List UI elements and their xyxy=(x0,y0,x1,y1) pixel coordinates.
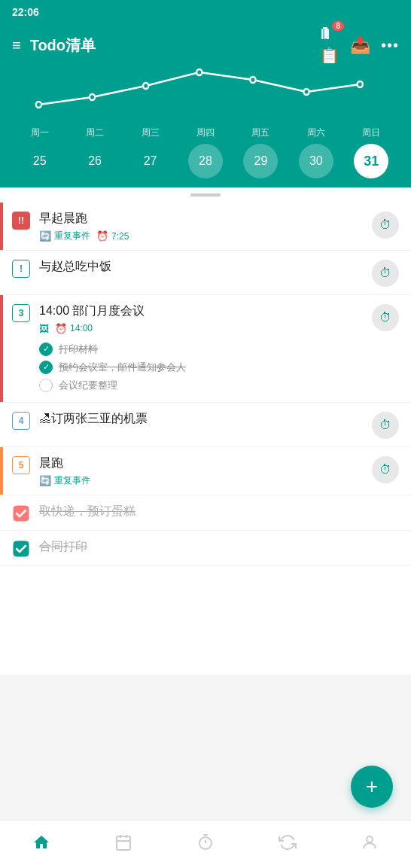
weekday-mon: 周一 xyxy=(19,126,61,139)
home-icon xyxy=(32,833,50,856)
sync-icon xyxy=(279,833,297,856)
priority-badge-4: 4 xyxy=(12,412,30,430)
repeat-label: 重复事件 xyxy=(54,230,90,242)
date-26[interactable]: 26 xyxy=(78,144,112,178)
task-item[interactable]: 4 🏖订两张三亚的机票 ⏱ xyxy=(0,403,411,447)
nav-sync[interactable] xyxy=(269,827,306,862)
timer-icon-5: ⏱ xyxy=(379,463,391,477)
timer-icon-2: ⏱ xyxy=(379,266,391,280)
alarm-icon-3: ⏰ xyxy=(55,323,67,334)
alarm-time: 7:25 xyxy=(111,231,129,242)
task-item[interactable]: 5 晨跑 🔄 重复事件 ⏱ xyxy=(0,447,411,495)
subtask-label-1: 打印材料 xyxy=(59,343,98,356)
completed-task-item[interactable]: 合同打印 xyxy=(0,531,411,566)
task-title-5: 晨跑 xyxy=(39,455,366,471)
subtask-check-1[interactable] xyxy=(39,343,53,356)
alarm-meta: ⏰ 7:25 xyxy=(96,230,129,242)
date-28[interactable]: 28 xyxy=(188,144,223,178)
subtask-list-3: 打印材料 预约会议室，邮件通知参会人 会议纪要整理 xyxy=(39,340,366,394)
checked-box-icon xyxy=(13,541,29,557)
svg-point-4 xyxy=(90,94,95,100)
task-item[interactable]: !! 早起晨跑 🔄 重复事件 ⏰ 7:25 ⏱ xyxy=(0,203,411,251)
image-icon: 🖼 xyxy=(39,323,49,334)
completed-title-7: 合同打印 xyxy=(39,538,399,555)
header-left: ≡ Todo清单 xyxy=(12,35,96,56)
nav-calendar[interactable] xyxy=(105,827,142,862)
notification-button[interactable]: 📋 8 xyxy=(319,26,339,65)
weekday-fri: 周五 xyxy=(239,126,282,139)
task-list: !! 早起晨跑 🔄 重复事件 ⏰ 7:25 ⏱ ! 与赵总吃中饭 ⏱ xyxy=(0,199,411,675)
bottom-spacer xyxy=(0,566,411,672)
repeat-label-5: 重复事件 xyxy=(54,474,90,487)
task-content-4: 🏖订两张三亚的机票 xyxy=(39,410,366,427)
timer-icon-4: ⏱ xyxy=(379,419,391,432)
chart-area xyxy=(12,63,399,123)
timer-icon-1: ⏱ xyxy=(379,218,391,232)
alarm-icon: ⏰ xyxy=(96,230,108,242)
profile-icon xyxy=(361,833,379,856)
alarm-meta-3: ⏰ 14:00 xyxy=(55,323,93,334)
timer-button-4[interactable]: ⏱ xyxy=(372,412,399,439)
weekday-sat: 周六 xyxy=(295,126,337,139)
task-item[interactable]: ! 与赵总吃中饭 ⏱ xyxy=(0,251,411,295)
completed-content-7: 合同打印 xyxy=(39,538,399,555)
timer-button-3[interactable]: ⏱ xyxy=(372,304,399,331)
notification-badge: 8 xyxy=(332,21,344,31)
bottom-nav xyxy=(0,820,411,868)
task-meta-1: 🔄 重复事件 ⏰ 7:25 xyxy=(39,230,366,242)
weekday-thu: 周四 xyxy=(184,126,227,139)
subtask-item[interactable]: 会议纪要整理 xyxy=(39,376,366,394)
nav-timer[interactable] xyxy=(187,827,224,862)
priority-badge-5: 5 xyxy=(12,456,30,474)
subtask-check-2[interactable] xyxy=(39,361,53,374)
app-header: ≡ Todo清单 📋 8 📤 ••• xyxy=(0,21,411,187)
task-content-5: 晨跑 🔄 重复事件 xyxy=(39,455,366,487)
svg-rect-0 xyxy=(321,29,329,39)
completed-task-item[interactable]: 取快递，预订蛋糕 xyxy=(0,495,411,531)
completed-content-6: 取快递，预订蛋糕 xyxy=(39,503,399,519)
timer-icon-3: ⏱ xyxy=(379,311,391,324)
stopwatch-icon xyxy=(196,833,215,856)
date-31[interactable]: 31 xyxy=(354,144,388,178)
priority-badge-3: 3 xyxy=(12,304,30,322)
task-meta-5: 🔄 重复事件 xyxy=(39,474,366,487)
nav-home[interactable] xyxy=(23,827,59,862)
task-content-2: 与赵总吃中饭 xyxy=(39,258,366,275)
timer-button-2[interactable]: ⏱ xyxy=(372,260,399,287)
subtask-item[interactable]: 预约会议室，邮件通知参会人 xyxy=(39,358,366,376)
date-27[interactable]: 27 xyxy=(133,144,168,178)
task-content-3: 14:00 部门月度会议 🖼 ⏰ 14:00 打印材料 预约会议室，邮件通知参会… xyxy=(39,303,366,394)
completed-checkbox-7[interactable] xyxy=(12,540,30,558)
add-task-fab[interactable]: + xyxy=(351,766,393,808)
subtask-check-3[interactable] xyxy=(39,379,53,392)
completed-title-6: 取快递，预订蛋糕 xyxy=(39,503,399,519)
weekday-tue: 周二 xyxy=(74,126,116,139)
nav-profile[interactable] xyxy=(352,827,388,862)
app-title: Todo清单 xyxy=(30,35,96,56)
repeat-icon-5: 🔄 xyxy=(39,475,51,486)
calendar-icon xyxy=(114,833,132,856)
svg-point-3 xyxy=(36,102,41,108)
timer-button-5[interactable]: ⏱ xyxy=(372,456,399,483)
date-29[interactable]: 29 xyxy=(243,144,278,178)
weekly-chart xyxy=(18,63,393,116)
priority-badge-1: !! xyxy=(12,212,30,230)
date-25[interactable]: 25 xyxy=(23,144,57,178)
task-title-3: 14:00 部门月度会议 xyxy=(39,303,366,319)
subtask-item[interactable]: 打印材料 xyxy=(39,340,366,358)
more-button[interactable]: ••• xyxy=(381,37,399,54)
subtask-label-2: 预约会议室，邮件通知参会人 xyxy=(59,361,186,374)
checked-box-icon xyxy=(13,505,29,522)
svg-point-7 xyxy=(250,77,255,83)
priority-badge-2: ! xyxy=(12,260,30,278)
svg-point-5 xyxy=(143,83,148,89)
task-item[interactable]: 3 14:00 部门月度会议 🖼 ⏰ 14:00 打印材料 预约 xyxy=(0,295,411,402)
timer-button-1[interactable]: ⏱ xyxy=(372,212,399,239)
repeat-meta: 🔄 重复事件 xyxy=(39,230,90,242)
menu-icon[interactable]: ≡ xyxy=(12,37,21,54)
completed-checkbox-6[interactable] xyxy=(12,504,30,522)
drag-handle[interactable] xyxy=(0,187,411,199)
share-button[interactable]: 📤 xyxy=(350,37,370,53)
time-display: 22:06 xyxy=(12,6,39,18)
date-30[interactable]: 30 xyxy=(299,144,333,178)
